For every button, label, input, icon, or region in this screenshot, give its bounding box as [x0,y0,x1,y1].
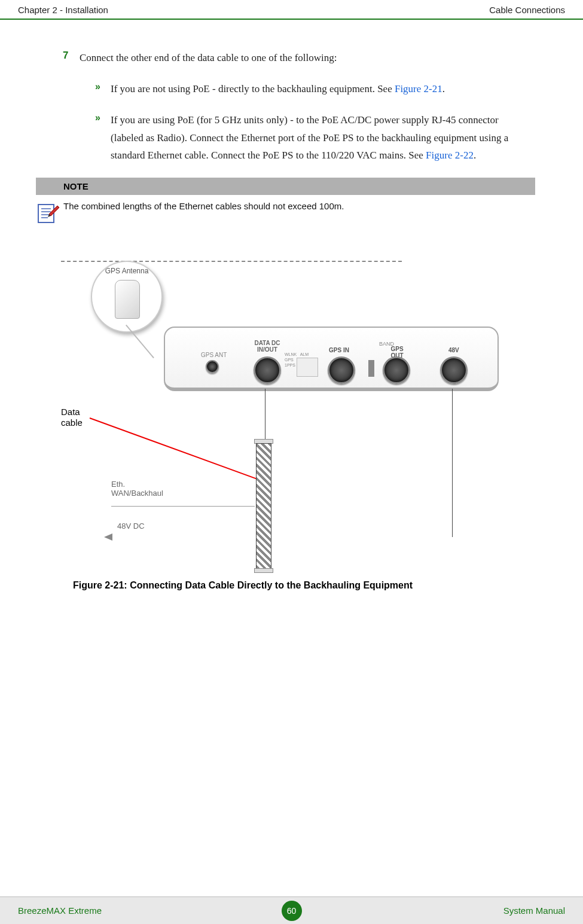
gps-antenna-icon [115,280,140,319]
footer-doc-title: System Manual [503,905,565,916]
wire-48v-vertical [452,389,453,537]
wire-48v-horizontal [61,261,402,262]
note-heading: NOTE [36,178,535,195]
page-header: Chapter 2 - Installation Cable Connectio… [0,0,583,20]
step-number: 7 [63,50,80,66]
label-gps-in: GPS IN [329,347,349,353]
pole-base [254,568,273,573]
mounting-pole [256,443,271,569]
page-footer: BreezeMAX Extreme 60 System Manual [0,896,583,924]
bullet-2-text: If you are using PoE (for 5 GHz units on… [111,111,523,164]
port-gps-out [383,356,410,384]
note-icon [36,202,60,225]
label-gps-ant: GPS ANT [201,352,227,358]
label-data-dc-inout: DATA DC IN/OUT [246,340,288,353]
data-cable-callout-line [90,417,259,480]
step-text: Connect the other end of the data cable … [80,50,337,66]
band-slot [368,360,374,377]
bullet-1-text: If you are not using PoE - directly to t… [111,80,445,98]
port-data-dc [254,356,281,384]
gps-antenna-label: GPS Antenna [92,267,161,275]
annotation-data-cable: Data cable [61,407,83,428]
note-text: The combined lengths of the Ethernet cab… [63,201,344,211]
arrow-48v-icon [104,533,112,541]
note-body: The combined lengths of the Ethernet cab… [36,195,535,225]
bullet-glyph-icon: » [95,80,111,98]
bullet-2: » If you are using PoE (for 5 GHz units … [95,111,547,164]
header-chapter: Chapter 2 - Installation [18,5,108,15]
step-7: 7 Connect the other end of the data cabl… [63,50,547,66]
port-gps-in [328,356,355,384]
page-number: 60 [282,901,302,921]
label-48v: 48V [448,347,459,353]
header-section: Cable Connections [489,5,565,15]
figure-2-21: Data cable GPS Antenna GPS ANT DATA DC I… [61,261,515,578]
bullet-1-after: . [442,83,445,94]
port-gps-ant [206,360,219,373]
bullet-2-after: . [474,150,476,161]
page-content: 7 Connect the other end of the data cabl… [0,20,583,603]
figure-2-21-link[interactable]: Figure 2-21 [395,83,442,94]
note-block: NOTE The combined lengths of the Etherne… [36,178,535,225]
port-48v [440,356,468,384]
bullet-glyph-icon: » [95,111,111,164]
gps-antenna-inset: GPS Antenna [91,261,163,333]
figure-caption: Figure 2-21: Connecting Data Cable Direc… [73,580,547,591]
eth-line [111,506,255,507]
footer-product: BreezeMAX Extreme [18,905,102,916]
bullet-1-before: If you are not using PoE - directly to t… [111,83,395,94]
led-block [297,358,318,377]
label-eth-backhaul: Eth. WAN/Backhaul [111,480,163,498]
bullet-1: » If you are not using PoE - directly to… [95,80,547,98]
label-48vdc: 48V DC [117,522,145,530]
figure-2-22-link[interactable]: Figure 2-22 [426,150,474,161]
device-panel: GPS ANT DATA DC IN/OUT GPS IN BAND GPS O… [164,327,499,391]
